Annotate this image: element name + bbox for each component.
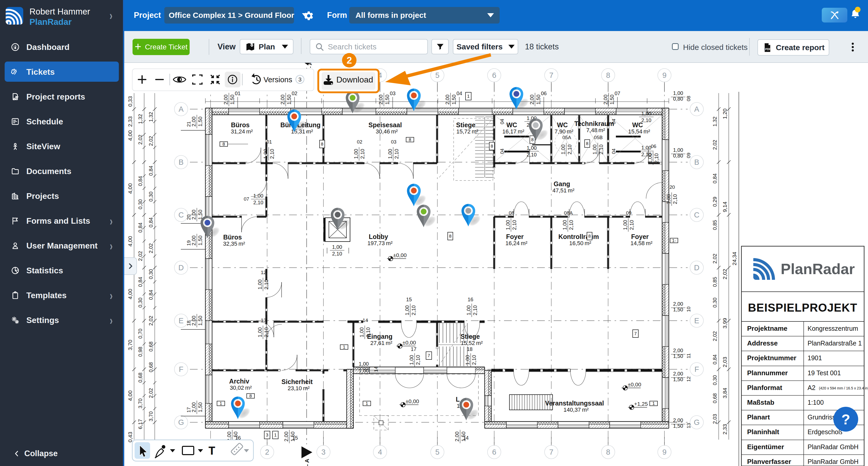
svg-text:Planformat: Planformat — [747, 384, 782, 391]
svg-text:1:100: 1:100 — [808, 399, 824, 406]
svg-text:1,00: 1,00 — [409, 355, 414, 365]
svg-text:Planverfasser: Planverfasser — [747, 458, 791, 465]
svg-text:0,29: 0,29 — [712, 197, 718, 207]
svg-text:1,00: 1,00 — [353, 149, 359, 159]
svg-text:1,50: 1,50 — [197, 402, 203, 412]
svg-text:0,98: 0,98 — [137, 347, 143, 357]
svg-text:1,00: 1,00 — [359, 361, 369, 367]
svg-text:0,80: 0,80 — [673, 153, 683, 158]
svg-text:04: 04 — [611, 148, 616, 154]
svg-text:02: 02 — [357, 139, 362, 145]
svg-text:2,10: 2,10 — [642, 151, 652, 157]
svg-text:06: 06 — [541, 90, 547, 96]
svg-text:3,70: 3,70 — [137, 399, 143, 409]
svg-text:0,84: 0,84 — [137, 277, 143, 287]
svg-text:Versions: Versions — [264, 76, 292, 84]
svg-text:2,02: 2,02 — [148, 243, 154, 254]
svg-text:Büros: Büros — [231, 121, 250, 128]
svg-text:2,00: 2,00 — [191, 117, 196, 127]
svg-text:1,00: 1,00 — [466, 305, 471, 316]
svg-text:19 Test 001: 19 Test 001 — [808, 369, 841, 377]
svg-text:12: 12 — [261, 270, 266, 275]
svg-text:2,33: 2,33 — [127, 116, 133, 127]
svg-text:2,00: 2,00 — [191, 316, 196, 326]
svg-text:1,00: 1,00 — [592, 145, 597, 155]
svg-text:2,10: 2,10 — [471, 355, 477, 365]
svg-text:2,00: 2,00 — [191, 402, 196, 412]
svg-text:12: 12 — [686, 376, 691, 382]
svg-text:Lobby: Lobby — [369, 233, 388, 240]
svg-text:Erdgeschoß: Erdgeschoß — [808, 428, 842, 436]
svg-text:2,10: 2,10 — [394, 149, 399, 159]
svg-text:2,10: 2,10 — [365, 327, 371, 338]
svg-text:- A: - A — [304, 459, 310, 466]
svg-text:4,00: 4,00 — [127, 289, 133, 299]
svg-text:1,32: 1,32 — [712, 117, 718, 127]
svg-text:1,00: 1,00 — [673, 147, 683, 153]
svg-text:0,84: 0,84 — [137, 176, 143, 186]
svg-text:1,50: 1,50 — [673, 423, 683, 429]
svg-text:1,00: 1,00 — [673, 90, 683, 96]
svg-text:1,50: 1,50 — [673, 353, 683, 359]
svg-text:1: 1 — [652, 401, 655, 406]
svg-text:8: 8 — [491, 144, 493, 149]
svg-text:15,54 m²: 15,54 m² — [628, 128, 650, 135]
svg-text:2,10: 2,10 — [269, 149, 275, 159]
svg-text:1-: 1- — [672, 238, 676, 243]
svg-text:±0,00: ±0,00 — [402, 340, 416, 346]
svg-text:Kongresszentrum: Kongresszentrum — [808, 325, 858, 332]
svg-text:21: 21 — [186, 121, 191, 127]
svg-text:1,32: 1,32 — [148, 112, 154, 122]
svg-text:C: C — [179, 211, 184, 219]
svg-text:140,37 m²: 140,37 m² — [563, 407, 588, 413]
svg-text:WC: WC — [506, 121, 517, 128]
svg-text:2,02: 2,02 — [148, 316, 154, 326]
svg-text:3: 3 — [321, 448, 326, 456]
svg-text:23,10 m²: 23,10 m² — [287, 385, 309, 391]
svg-text:1,50: 1,50 — [197, 316, 203, 326]
svg-text:0,84: 0,84 — [712, 354, 718, 365]
svg-text:2,02: 2,02 — [712, 140, 718, 150]
svg-text:2,10: 2,10 — [629, 220, 634, 230]
svg-text:C: C — [694, 211, 700, 219]
svg-text:3,99: 3,99 — [722, 318, 728, 329]
svg-text:8: 8 — [588, 234, 591, 239]
svg-text:1,50: 1,50 — [535, 95, 541, 105]
svg-text:2,10: 2,10 — [472, 305, 478, 316]
svg-text:19: 19 — [186, 240, 191, 246]
svg-text:7,48 m²: 7,48 m² — [586, 127, 605, 134]
svg-text:0,30: 0,30 — [712, 298, 718, 308]
svg-text:2,02: 2,02 — [137, 251, 143, 261]
svg-text:E: E — [179, 317, 183, 325]
svg-text:1: 1 — [274, 433, 276, 438]
svg-text:2,03: 2,03 — [722, 357, 728, 368]
svg-text:2,03: 2,03 — [712, 414, 718, 424]
svg-text:F: F — [694, 365, 699, 373]
svg-text:1,00: 1,00 — [527, 145, 537, 151]
svg-text:4,00: 4,00 — [127, 390, 133, 401]
svg-text:18: 18 — [186, 320, 191, 326]
svg-text:0,68: 0,68 — [148, 342, 154, 352]
svg-text:Planart: Planart — [747, 413, 770, 421]
svg-text:8: 8 — [606, 448, 610, 456]
svg-text:G: G — [178, 418, 184, 427]
svg-text:Stiege: Stiege — [460, 333, 480, 340]
svg-text:BEISPIELPROJEKT: BEISPIELPROJEKT — [748, 301, 857, 314]
svg-text:1,50: 1,50 — [673, 377, 683, 382]
svg-text:1,00: 1,00 — [257, 327, 263, 338]
svg-text:14: 14 — [373, 367, 379, 372]
svg-text:2,10: 2,10 — [264, 327, 269, 338]
svg-text:7,90 m²: 7,90 m² — [555, 128, 574, 135]
svg-text:17: 17 — [186, 407, 191, 412]
svg-text:7: 7 — [428, 353, 430, 358]
svg-text:7: 7 — [549, 448, 553, 456]
svg-text:4,00: 4,00 — [127, 236, 133, 247]
svg-text:D: D — [179, 263, 184, 272]
svg-text:1,00: 1,00 — [666, 194, 672, 204]
svg-text:2,00: 2,00 — [191, 210, 196, 220]
svg-text:PlanRadar GmbH: PlanRadar GmbH — [808, 458, 859, 465]
svg-text:2,00: 2,00 — [673, 348, 683, 353]
svg-text:15,72 m²: 15,72 m² — [456, 128, 478, 135]
svg-text:A2: A2 — [808, 384, 815, 391]
svg-text:PlanRadarstraße 1: PlanRadarstraße 1 — [808, 340, 862, 347]
